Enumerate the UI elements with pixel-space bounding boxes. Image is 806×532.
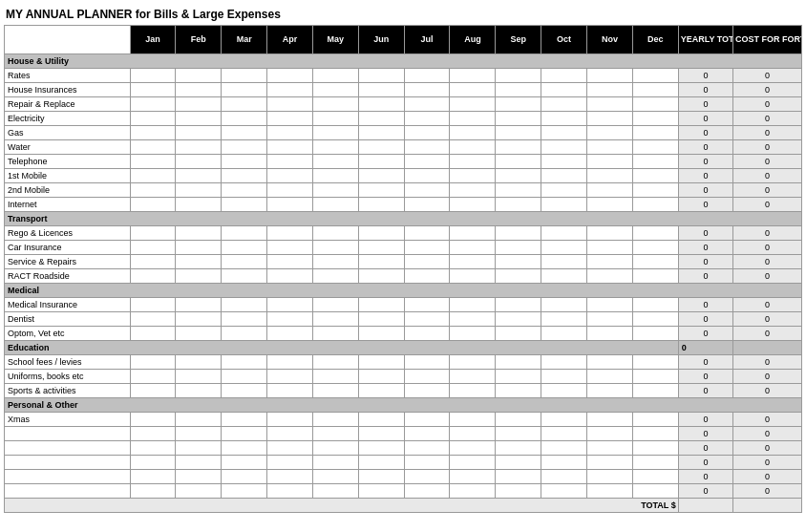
cell-month-6[interactable] bbox=[404, 370, 450, 384]
cell-month-10[interactable] bbox=[587, 298, 633, 312]
cell-month-5[interactable] bbox=[358, 198, 404, 212]
cell-month-8[interactable] bbox=[496, 327, 541, 341]
cell-month-5[interactable] bbox=[358, 269, 404, 284]
cell-month-1[interactable] bbox=[176, 413, 222, 427]
cell-month-5[interactable] bbox=[358, 370, 404, 384]
cell-month-5[interactable] bbox=[358, 384, 404, 398]
cell-month-4[interactable] bbox=[312, 97, 358, 112]
cell-month-11[interactable] bbox=[632, 97, 678, 112]
cell-month-6[interactable] bbox=[404, 198, 450, 212]
cell-month-0[interactable] bbox=[130, 413, 176, 427]
cell-month-7[interactable] bbox=[450, 126, 496, 140]
cell-month-1[interactable] bbox=[176, 126, 222, 140]
cell-month-1[interactable] bbox=[176, 269, 222, 284]
cell-month-1[interactable] bbox=[176, 169, 222, 183]
cell-month-8[interactable] bbox=[496, 370, 541, 384]
cell-month-11[interactable] bbox=[632, 83, 678, 97]
cell-month-11[interactable] bbox=[632, 155, 678, 169]
cell-month-6[interactable] bbox=[404, 355, 450, 370]
cell-month-10[interactable] bbox=[587, 355, 633, 370]
cell-month-5[interactable] bbox=[358, 140, 404, 155]
cell-month-7[interactable] bbox=[450, 370, 496, 384]
cell-month-4[interactable] bbox=[312, 241, 358, 255]
cell-month-11[interactable] bbox=[632, 456, 678, 470]
cell-month-11[interactable] bbox=[632, 441, 678, 456]
cell-month-3[interactable] bbox=[267, 384, 313, 398]
cell-month-11[interactable] bbox=[632, 269, 678, 284]
cell-month-8[interactable] bbox=[496, 126, 541, 140]
cell-month-7[interactable] bbox=[450, 269, 496, 284]
cell-month-9[interactable] bbox=[541, 69, 587, 83]
cell-month-9[interactable] bbox=[541, 155, 587, 169]
cell-month-8[interactable] bbox=[496, 198, 541, 212]
cell-month-7[interactable] bbox=[450, 255, 496, 269]
cell-month-1[interactable] bbox=[176, 327, 222, 341]
cell-month-11[interactable] bbox=[632, 183, 678, 198]
cell-month-4[interactable] bbox=[312, 155, 358, 169]
cell-month-0[interactable] bbox=[130, 427, 176, 441]
cell-month-6[interactable] bbox=[404, 441, 450, 456]
cell-month-6[interactable] bbox=[404, 226, 450, 241]
cell-month-2[interactable] bbox=[222, 226, 267, 241]
cell-month-4[interactable] bbox=[312, 370, 358, 384]
cell-month-9[interactable] bbox=[541, 83, 587, 97]
cell-month-4[interactable] bbox=[312, 83, 358, 97]
cell-month-0[interactable] bbox=[130, 112, 176, 126]
cell-month-11[interactable] bbox=[632, 470, 678, 484]
cell-month-2[interactable] bbox=[222, 298, 267, 312]
cell-month-0[interactable] bbox=[130, 470, 176, 484]
cell-month-5[interactable] bbox=[358, 83, 404, 97]
cell-month-11[interactable] bbox=[632, 370, 678, 384]
cell-month-7[interactable] bbox=[450, 355, 496, 370]
cell-month-2[interactable] bbox=[222, 456, 267, 470]
cell-month-11[interactable] bbox=[632, 427, 678, 441]
cell-month-5[interactable] bbox=[358, 427, 404, 441]
cell-month-11[interactable] bbox=[632, 112, 678, 126]
cell-month-8[interactable] bbox=[496, 169, 541, 183]
cell-month-6[interactable] bbox=[404, 470, 450, 484]
cell-month-0[interactable] bbox=[130, 169, 176, 183]
cell-month-8[interactable] bbox=[496, 140, 541, 155]
cell-month-11[interactable] bbox=[632, 327, 678, 341]
cell-month-9[interactable] bbox=[541, 355, 587, 370]
cell-month-1[interactable] bbox=[176, 69, 222, 83]
cell-month-9[interactable] bbox=[541, 169, 587, 183]
cell-month-11[interactable] bbox=[632, 312, 678, 327]
cell-month-5[interactable] bbox=[358, 255, 404, 269]
cell-month-0[interactable] bbox=[130, 198, 176, 212]
cell-month-0[interactable] bbox=[130, 355, 176, 370]
cell-month-6[interactable] bbox=[404, 126, 450, 140]
cell-month-9[interactable] bbox=[541, 226, 587, 241]
cell-month-4[interactable] bbox=[312, 327, 358, 341]
cell-month-4[interactable] bbox=[312, 427, 358, 441]
cell-month-2[interactable] bbox=[222, 384, 267, 398]
cell-month-2[interactable] bbox=[222, 370, 267, 384]
cell-month-10[interactable] bbox=[587, 441, 633, 456]
cell-month-4[interactable] bbox=[312, 112, 358, 126]
cell-month-0[interactable] bbox=[130, 241, 176, 255]
cell-month-2[interactable] bbox=[222, 327, 267, 341]
cell-month-2[interactable] bbox=[222, 155, 267, 169]
cell-month-0[interactable] bbox=[130, 255, 176, 269]
cell-month-10[interactable] bbox=[587, 312, 633, 327]
cell-month-11[interactable] bbox=[632, 169, 678, 183]
cell-month-6[interactable] bbox=[404, 484, 450, 499]
cell-month-8[interactable] bbox=[496, 484, 541, 499]
cell-month-4[interactable] bbox=[312, 255, 358, 269]
cell-month-4[interactable] bbox=[312, 355, 358, 370]
cell-month-10[interactable] bbox=[587, 470, 633, 484]
cell-month-11[interactable] bbox=[632, 126, 678, 140]
cell-month-6[interactable] bbox=[404, 112, 450, 126]
cell-month-2[interactable] bbox=[222, 112, 267, 126]
cell-month-3[interactable] bbox=[267, 112, 313, 126]
cell-month-3[interactable] bbox=[267, 484, 313, 499]
cell-month-9[interactable] bbox=[541, 484, 587, 499]
cell-month-2[interactable] bbox=[222, 183, 267, 198]
cell-month-3[interactable] bbox=[267, 269, 313, 284]
cell-month-2[interactable] bbox=[222, 255, 267, 269]
cell-month-2[interactable] bbox=[222, 484, 267, 499]
cell-month-6[interactable] bbox=[404, 312, 450, 327]
cell-month-4[interactable] bbox=[312, 312, 358, 327]
cell-month-5[interactable] bbox=[358, 241, 404, 255]
cell-month-10[interactable] bbox=[587, 413, 633, 427]
